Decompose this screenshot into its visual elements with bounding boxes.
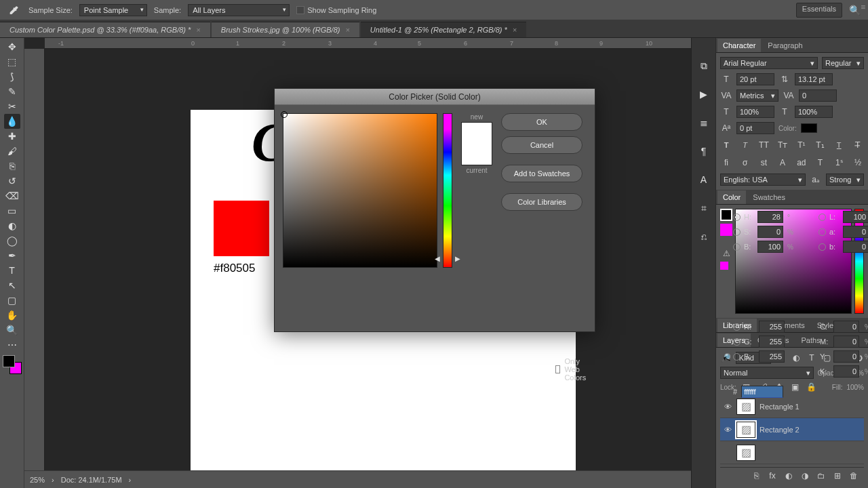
document-tab[interactable]: Custom Color Palette.psd @ 33.3% (#ff09a…	[0, 22, 210, 37]
input-k[interactable]	[833, 365, 859, 378]
fractions-icon[interactable]: ½	[852, 157, 864, 168]
input-l[interactable]	[843, 211, 868, 223]
bg-swatch[interactable]	[720, 224, 732, 236]
tab-color[interactable]: Color	[717, 190, 746, 204]
foreground-color-swatch[interactable]	[3, 355, 15, 367]
strikethrough-icon[interactable]: T̶	[852, 140, 864, 150]
input-g[interactable]	[759, 336, 785, 348]
ok-button[interactable]: OK	[501, 113, 583, 131]
web-colors-checkbox[interactable]: Only Web Colors	[555, 357, 595, 382]
clone-panel-icon[interactable]: ⎌	[696, 229, 712, 244]
pen-tool-icon[interactable]: ✒	[4, 248, 20, 263]
edit-toolbar-icon[interactable]: ⋯	[4, 338, 20, 352]
language-dropdown[interactable]: English: USA	[720, 174, 806, 186]
lock-all-icon[interactable]: 🔒	[806, 382, 818, 392]
close-icon[interactable]: ×	[513, 26, 517, 34]
foreground-background-swatch[interactable]	[3, 355, 22, 374]
adjustment-layer-icon[interactable]: ◑	[799, 470, 811, 481]
input-h[interactable]	[757, 211, 783, 223]
workspace-switcher[interactable]: Essentials	[796, 3, 842, 18]
stamp-tool-icon[interactable]: ⎘	[4, 159, 20, 174]
contextual-icon[interactable]: σ	[739, 157, 751, 168]
warning-icon[interactable]: ⚠	[720, 248, 732, 259]
type-tool-icon[interactable]: T	[4, 263, 20, 278]
group-icon[interactable]: 🗀	[815, 470, 827, 481]
input-r[interactable]	[759, 321, 785, 333]
layer-fx-icon[interactable]: fx	[766, 470, 778, 481]
radio-h[interactable]	[733, 214, 741, 221]
oldstyle-icon[interactable]: A	[776, 157, 789, 168]
layer-thumbnail[interactable]: ▨	[736, 399, 755, 415]
zoom-tool-icon[interactable]: 🔍	[4, 323, 20, 338]
blur-tool-icon[interactable]: ◐	[4, 218, 20, 233]
radio-blab[interactable]	[818, 243, 826, 251]
shape-tool-icon[interactable]: ▢	[4, 293, 20, 308]
input-blab[interactable]	[843, 241, 868, 253]
fg-swatch[interactable]	[720, 209, 732, 221]
input-a[interactable]	[843, 226, 868, 238]
document-tab[interactable]: Brush Strokes.jpg @ 100% (RGB/8)×	[212, 22, 359, 37]
font-size-input[interactable]: 20 pt	[736, 73, 774, 85]
zoom-level[interactable]: 25%	[30, 476, 45, 484]
websafe-swatch[interactable]	[720, 262, 728, 270]
input-bch[interactable]	[759, 350, 785, 363]
history-brush-icon[interactable]: ↺	[4, 174, 20, 188]
brush-tool-icon[interactable]: 🖌	[4, 144, 20, 159]
crop-tool-icon[interactable]: ✂	[4, 99, 20, 114]
document-tab[interactable]: Untitled-1 @ 25% (Rectangle 2, RGB/8) *×	[361, 22, 526, 37]
tab-paragraph[interactable]: Paragraph	[762, 39, 808, 52]
visibility-icon[interactable]: 👁	[723, 403, 732, 411]
italic-icon[interactable]: T	[739, 140, 751, 150]
color-libraries-button[interactable]: Color Libraries	[501, 193, 583, 211]
hue-slider-handle[interactable]	[440, 259, 455, 260]
healing-tool-icon[interactable]: ✚	[4, 129, 20, 144]
bold-icon[interactable]: T	[720, 140, 732, 150]
radio-s[interactable]	[733, 228, 741, 236]
glyphs-panel-icon[interactable]: A	[696, 172, 712, 187]
eraser-tool-icon[interactable]: ⌫	[4, 188, 20, 203]
baseline-input[interactable]: 0 pt	[736, 122, 774, 134]
radio-a[interactable]	[818, 228, 826, 236]
font-family-dropdown[interactable]: Arial Regular	[720, 57, 818, 69]
input-y[interactable]	[833, 350, 859, 363]
doc-info[interactable]: Doc: 24.1M/1.75M	[61, 476, 122, 484]
checkbox-icon[interactable]	[296, 6, 304, 14]
lasso-tool-icon[interactable]: ⟆	[4, 69, 20, 84]
input-m[interactable]	[833, 336, 859, 348]
radio-bch[interactable]	[733, 353, 741, 361]
vscale-input[interactable]: 100%	[736, 106, 774, 118]
text-color-swatch[interactable]	[801, 123, 817, 133]
close-icon[interactable]: ×	[196, 26, 200, 34]
eyedropper-tool-icon[interactable]: 💧	[4, 114, 20, 129]
subscript-icon[interactable]: T₁	[814, 140, 827, 150]
input-c[interactable]	[833, 321, 859, 333]
hex-input[interactable]	[741, 386, 783, 398]
brushes-panel-icon[interactable]: ⌗	[696, 201, 712, 216]
gradient-tool-icon[interactable]: ▭	[4, 203, 20, 218]
paragraph-panel-icon[interactable]: ¶	[696, 144, 712, 159]
ordinals-icon[interactable]: 1ˢ	[833, 157, 845, 168]
hand-tool-icon[interactable]: ✋	[4, 308, 20, 323]
lock-artboard-icon[interactable]: ▣	[789, 382, 802, 392]
properties-panel-icon[interactable]: ≣	[696, 115, 712, 130]
input-bri[interactable]	[757, 241, 783, 253]
saturation-brightness-field[interactable]	[283, 113, 437, 268]
move-tool-icon[interactable]: ✥	[4, 39, 20, 54]
radio-b[interactable]	[733, 243, 741, 251]
chevron-right-icon[interactable]: ›	[52, 476, 54, 484]
history-panel-icon[interactable]: ⧉	[696, 58, 712, 73]
cancel-button[interactable]: Cancel	[501, 136, 583, 154]
marquee-tool-icon[interactable]: ⬚	[4, 54, 20, 69]
tab-swatches[interactable]: Swatches	[747, 190, 791, 204]
fill-value[interactable]: 100%	[846, 384, 864, 391]
tracking-input[interactable]: 0	[799, 89, 837, 102]
new-layer-icon[interactable]: ⊞	[831, 470, 844, 481]
radio-l[interactable]	[818, 214, 826, 221]
path-select-icon[interactable]: ↖	[4, 278, 20, 293]
hscale-input[interactable]: 100%	[795, 106, 833, 118]
search-icon[interactable]: 🔍	[846, 3, 863, 18]
titling-icon[interactable]: T	[814, 157, 827, 168]
chevron-right-icon[interactable]: ›	[129, 476, 132, 484]
show-sampling-ring-checkbox[interactable]: Show Sampling Ring	[296, 6, 376, 14]
superscript-icon[interactable]: T¹	[795, 140, 808, 150]
